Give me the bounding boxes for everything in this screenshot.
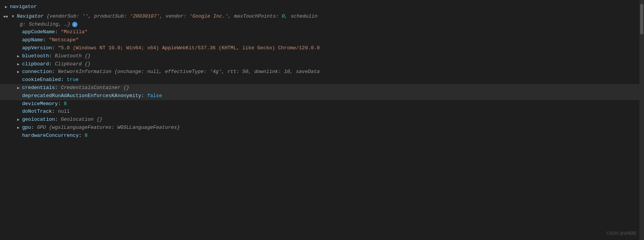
property-value: Geolocation {} [61, 116, 102, 124]
property-value: false [147, 92, 162, 100]
property-value: null [58, 108, 70, 116]
expand-arrow[interactable] [15, 54, 21, 60]
property-row: appVersion: "5.0 (Windows NT 10.0; Win64… [0, 44, 639, 52]
property-key: cookieEnabled [22, 76, 61, 84]
info-icon[interactable]: i [72, 22, 77, 27]
navigator-preview-line2: g: Scheduling, …} [20, 21, 71, 29]
navigator-obj-label: Navigator [17, 13, 43, 21]
property-value: "5.0 (Windows NT 10.0; Win64; x64) Apple… [58, 44, 320, 52]
back-arrow[interactable]: ◀ [3, 14, 9, 20]
property-row: credentials: CredentialsContainer {} [0, 84, 639, 92]
property-row: clipboard: Clipboard {} [0, 60, 639, 68]
expand-arrow[interactable] [15, 117, 21, 123]
property-row: appName: "Netscape" [0, 36, 639, 44]
property-key: bluetooth [22, 52, 49, 60]
expand-arrow[interactable] [15, 62, 21, 68]
property-row: cookieEnabled: true [0, 76, 639, 84]
property-row: deviceMemory: 8 [0, 100, 639, 108]
property-value: 8 [85, 132, 88, 140]
property-row: bluetooth: Bluetooth {} [0, 52, 639, 60]
property-value: "Mozilla" [61, 28, 87, 36]
property-value: CredentialsContainer {} [61, 84, 129, 92]
navigator-expand-arrow[interactable] [3, 4, 9, 10]
property-row: doNotTrack: null [0, 108, 639, 116]
property-key: deviceMemory [22, 100, 58, 108]
navigator-label: navigator [10, 3, 37, 11]
property-key: geolocation [22, 116, 55, 124]
property-row: deprecatedRunAdAuctionEnforcesKAnonymity… [0, 92, 639, 100]
property-value: 8 [64, 100, 67, 108]
expand-arrow[interactable] [15, 125, 21, 131]
property-value: GPU {wgslLanguageFeatures: WGSLLanguageF… [37, 124, 180, 132]
navigator-collapse-arrow[interactable] [10, 14, 16, 20]
properties-list: appCodeName: "Mozilla"appName: "Netscape… [0, 28, 639, 139]
property-row: gpu: GPU {wgslLanguageFeatures: WGSLLang… [0, 124, 639, 132]
navigator-object-row: ◀ Navigator {vendorSub: '', productSub: … [0, 13, 639, 21]
property-value: true [67, 76, 79, 84]
vertical-scrollbar[interactable] [639, 0, 644, 240]
property-row: appCodeName: "Mozilla" [0, 28, 639, 36]
devtools-panel: navigator ◀ Navigator {vendorSub: '', pr… [0, 0, 639, 240]
property-row: connection: NetworkInformation {onchange… [0, 68, 639, 76]
property-key: connection [22, 68, 52, 76]
property-key: doNotTrack [22, 108, 52, 116]
navigator-preview-line2-row: g: Scheduling, …} i [0, 21, 639, 29]
property-value: Bluetooth {} [55, 52, 91, 60]
property-value: NetworkInformation {onchange: null, effe… [58, 68, 320, 76]
navigator-collapsed-row[interactable]: navigator [0, 2, 639, 13]
property-key: hardwareConcurrency [22, 132, 79, 140]
property-value: Clipboard {} [55, 60, 91, 68]
property-key: appVersion [22, 44, 52, 52]
property-key: credentials [22, 84, 55, 92]
property-key: clipboard [22, 60, 49, 68]
property-key: gpu [22, 124, 31, 132]
expand-arrow[interactable] [15, 69, 21, 75]
property-row: geolocation: Geolocation {} [0, 116, 639, 124]
scrollbar-thumb[interactable] [640, 4, 643, 34]
property-key: appName [22, 36, 43, 44]
navigator-preview-line1: {vendorSub: '', productSub: '20030107', … [47, 13, 317, 21]
property-key: appCodeName [22, 28, 55, 36]
expand-arrow[interactable] [15, 85, 21, 91]
property-key: deprecatedRunAdAuctionEnforcesKAnonymity [22, 92, 141, 100]
property-value: "Netscape" [49, 36, 79, 44]
property-row: hardwareConcurrency: 8 [0, 132, 639, 140]
